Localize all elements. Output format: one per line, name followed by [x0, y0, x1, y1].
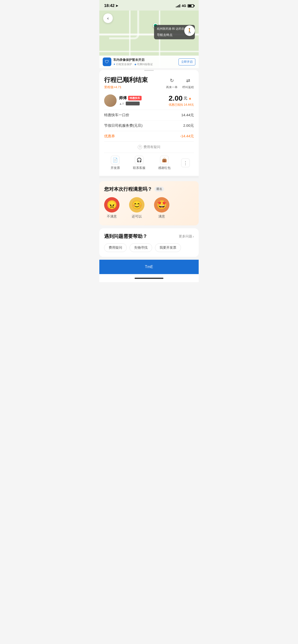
question-icon: ?: [138, 145, 142, 149]
avatar-image: [104, 94, 117, 107]
safety-banner: 🛡 车内录像保护暂未开启 ✦ 行程安全保护 ◈ 司乘纠纷取证 立即开启: [99, 56, 199, 68]
more-problems-link[interactable]: 更多问题 ›: [179, 234, 194, 238]
safety-title: 车内录像保护暂未开启: [113, 58, 177, 62]
customer-service-label: 联系客服: [133, 166, 145, 170]
customer-service-button[interactable]: 🎧 联系客服: [130, 156, 148, 170]
rating-unsatisfied[interactable]: 😠 不满意: [104, 197, 119, 219]
help-section: 遇到问题需要帮助？ 更多问题 › 费用疑问 失物寻找 我要开发票: [99, 228, 199, 257]
time-display: 18:42: [104, 3, 114, 8]
camera-icon: ◈: [134, 63, 136, 66]
trip-mileage: 里程值+4.71: [104, 85, 148, 89]
coupon-row[interactable]: 优惠券 -14.44元: [104, 131, 194, 142]
fee-amount-0: 14.44元: [181, 113, 194, 118]
anonymous-badge: 匿名: [155, 187, 164, 192]
help-tags: 费用疑问 失物寻找 我要开发票: [104, 244, 194, 252]
thank-you-icon: 👜: [160, 156, 169, 164]
activate-protection-button[interactable]: 立即开启: [179, 58, 195, 66]
main-card: 行程已顺利结束 里程值+4.71 ↻ 再来一单 ⇄ 呼叫返程 师傅: [99, 70, 199, 176]
satisfied-label: 满意: [158, 214, 165, 219]
fee-label-1: 节假日司机服务费(元旦): [104, 124, 142, 128]
satisfaction-title: 您对本次行程满意吗？ 匿名: [104, 186, 194, 192]
bottom-bar-label: TmE: [145, 265, 153, 269]
fee-question-link[interactable]: ? 费用有疑问: [104, 142, 194, 152]
driver-row: 师傅 特惠快车 ▲A ████ 2.00 元 ▲ 优惠已抵扣 14.44元: [104, 91, 194, 110]
section-divider-1: [99, 176, 199, 178]
home-bar: [135, 278, 163, 279]
driver-info-left: 师傅 特惠快车 ▲A ████: [104, 94, 141, 107]
help-tag-invoice[interactable]: 我要开发票: [155, 244, 181, 252]
ok-label: 还可以: [132, 214, 142, 219]
fee-amount-1: 2.00元: [183, 124, 194, 128]
road-h2: [99, 51, 199, 52]
home-indicator: [99, 274, 199, 282]
road-diag: [109, 10, 139, 39]
rating-options: 😠 不满意 😊 还可以 🤩 满意: [104, 192, 194, 221]
re-order-icon: ↻: [168, 77, 176, 84]
safety-sub2: ◈ 司乘纠纷取证: [134, 62, 153, 66]
invoice-icon: 📄: [111, 156, 119, 164]
trip-price: 2.00 元 ▲: [169, 94, 194, 102]
happy-emoji: 🤩: [154, 197, 169, 212]
help-header: 遇到问题需要帮助？ 更多问题 ›: [104, 233, 194, 240]
status-time: 18:42 ➤: [104, 3, 118, 8]
return-icon: ⇄: [184, 77, 192, 84]
chevron-right-icon: ›: [193, 234, 194, 238]
coupon-label: 优惠券: [104, 134, 115, 138]
customer-service-icon: 🎧: [135, 156, 143, 164]
fee-row-1: 节假日司机服务费(元旦) 2.00元: [104, 120, 194, 131]
trip-title: 行程已顺利结束: [104, 76, 148, 84]
coupon-amount: -14.44元: [180, 134, 194, 138]
driver-name: 师傅: [119, 96, 127, 100]
drag-handle[interactable]: [144, 70, 154, 71]
driver-name-row: 师傅 特惠快车: [119, 96, 141, 100]
safety-text: 车内录像保护暂未开启 ✦ 行程安全保护 ◈ 司乘纠纷取证: [113, 58, 177, 66]
help-tag-fee[interactable]: 费用疑问: [104, 244, 127, 252]
license-plate: ████: [126, 102, 140, 106]
fee-row-0: 特惠快车一口价 14.44元: [104, 110, 194, 120]
signal-icon: [176, 4, 180, 8]
safety-sub1: ✦ 行程安全保护: [113, 62, 132, 66]
rating-stars: ▲A: [119, 102, 124, 106]
price-section: 2.00 元 ▲ 优惠已抵扣 14.44元: [169, 94, 194, 107]
action-buttons-row: 📄 开发票 🎧 联系客服 👜 感谢红包 ⋮: [104, 152, 194, 171]
help-title: 遇到问题需要帮助？: [104, 233, 147, 240]
shield-icon: 🛡: [103, 58, 111, 66]
driver-avatar: [104, 94, 117, 107]
help-tag-lost[interactable]: 失物寻找: [129, 244, 152, 252]
driver-sub-info: ▲A ████: [119, 102, 141, 106]
invoice-label: 开发票: [111, 166, 120, 170]
ok-emoji: 😊: [129, 197, 144, 212]
location-icon: ➤: [115, 4, 118, 8]
driver-details: 师傅 特惠快车 ▲A ████: [119, 96, 141, 106]
trip-title-section: 行程已顺利结束 里程值+4.71: [104, 76, 148, 89]
price-unit: 元: [184, 96, 187, 101]
more-options-button[interactable]: ⋮: [181, 158, 190, 167]
invoice-button[interactable]: 📄 开发票: [108, 156, 122, 170]
trip-actions: ↻ 再来一单 ⇄ 呼叫返程: [166, 77, 194, 89]
thank-you-label: 感谢红包: [158, 166, 171, 170]
status-icons: 4G: [176, 4, 194, 8]
back-button[interactable]: ‹: [103, 14, 113, 23]
thank-you-packet-button[interactable]: 👜 感谢红包: [156, 156, 173, 170]
fee-breakdown: 特惠快车一口价 14.44元 节假日司机服务费(元旦) 2.00元: [104, 110, 194, 131]
unsatisfied-label: 不满意: [107, 214, 117, 219]
battery-icon: [188, 4, 194, 8]
trip-header: 行程已顺利结束 里程值+4.71 ↻ 再来一单 ⇄ 呼叫返程: [104, 72, 194, 91]
nav-to-dest-btn[interactable]: 导航去终点: [157, 32, 173, 38]
status-bar: 18:42 ➤ 4G: [99, 0, 199, 10]
fee-question-text: 费用有疑问: [143, 145, 160, 149]
bottom-action-bar[interactable]: TmE: [99, 260, 199, 274]
return-trip-button[interactable]: ⇄ 呼叫返程: [182, 77, 194, 89]
price-arrow-icon: ▲: [188, 96, 192, 100]
discount-info: 优惠已抵扣 14.44元: [169, 103, 194, 107]
safety-subtitle: ✦ 行程安全保护 ◈ 司乘纠纷取证: [113, 62, 177, 66]
rating-satisfied[interactable]: 🤩 满意: [154, 197, 169, 219]
angry-emoji: 😠: [104, 197, 119, 212]
rating-ok[interactable]: 😊 还可以: [129, 197, 144, 219]
fee-label-0: 特惠快车一口价: [104, 113, 129, 118]
check-icon: ✦: [113, 63, 115, 66]
network-label: 4G: [182, 4, 186, 8]
map-area: ‹ 杭州医药港·和 达药谷4期·... 导航去终点 × 🚶 🛡 车内录像保护暂未…: [99, 10, 199, 68]
service-type-badge: 特惠快车: [128, 96, 141, 100]
re-order-button[interactable]: ↻ 再来一单: [166, 77, 178, 89]
